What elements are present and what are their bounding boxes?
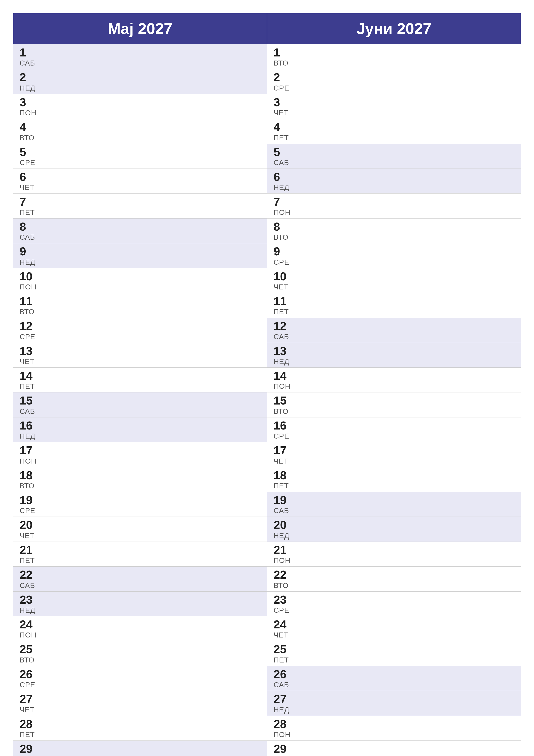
day-number: 25 <box>20 643 261 656</box>
day-name: ЧЕТ <box>274 631 515 639</box>
june-day-cell: 3ЧЕТ <box>267 94 521 119</box>
june-day-cell: 4ПЕТ <box>267 119 521 144</box>
table-row: 28ПЕТ28ПОН <box>13 716 521 741</box>
may-day-cell: 1САБ <box>13 44 267 69</box>
day-name: ЧЕТ <box>274 109 515 117</box>
day-name: ПЕТ <box>20 730 261 739</box>
day-number: 21 <box>20 544 261 556</box>
day-number: 18 <box>274 469 515 482</box>
day-name: ПОН <box>274 556 515 565</box>
day-number: 29 <box>274 742 515 755</box>
day-name: САБ <box>20 407 261 416</box>
table-row: 26СРЕ26САБ <box>13 666 521 691</box>
may-day-cell: 21ПЕТ <box>13 542 267 566</box>
day-name: ВТО <box>274 407 515 416</box>
may-day-cell: 10ПОН <box>13 268 267 293</box>
day-name: НЕД <box>20 432 261 440</box>
day-name: ПЕТ <box>20 382 261 391</box>
day-name: НЕД <box>20 606 261 614</box>
day-name: ПОН <box>20 631 261 639</box>
day-number: 4 <box>274 121 515 133</box>
day-number: 5 <box>20 146 261 158</box>
day-number: 10 <box>20 270 261 283</box>
table-row: 18ВТО18ПЕТ <box>13 467 521 492</box>
day-number: 29 <box>20 742 261 755</box>
table-row: 5СРЕ5САБ <box>13 144 521 169</box>
day-name: СРЕ <box>20 681 261 689</box>
day-name: ПЕТ <box>274 482 515 490</box>
day-number: 16 <box>274 419 515 432</box>
table-row: 12СРЕ12САБ <box>13 318 521 343</box>
day-number: 20 <box>274 519 515 531</box>
table-row: 16НЕД16СРЕ <box>13 417 521 442</box>
day-number: 1 <box>20 46 261 59</box>
june-day-cell: 16СРЕ <box>267 417 521 442</box>
may-day-cell: 6ЧЕТ <box>13 169 267 193</box>
table-row: 29САБ29ВТО <box>13 741 521 756</box>
day-number: 25 <box>274 643 515 656</box>
may-day-cell: 8САБ <box>13 218 267 243</box>
june-day-cell: 13НЕД <box>267 343 521 367</box>
day-name: ПОН <box>274 730 515 739</box>
day-name: САБ <box>274 333 515 341</box>
june-day-cell: 23СРЕ <box>267 591 521 616</box>
may-day-cell: 7ПЕТ <box>13 194 267 218</box>
day-number: 13 <box>20 345 261 357</box>
day-number: 26 <box>20 668 261 681</box>
may-day-cell: 4ВТО <box>13 119 267 144</box>
may-day-cell: 25ВТО <box>13 641 267 666</box>
day-name: ПЕТ <box>20 556 261 565</box>
day-number: 17 <box>20 444 261 457</box>
table-row: 27ЧЕТ27НЕД <box>13 691 521 716</box>
june-day-cell: 26САБ <box>267 666 521 691</box>
day-number: 24 <box>20 618 261 631</box>
day-number: 10 <box>274 270 515 283</box>
may-day-cell: 9НЕД <box>13 243 267 268</box>
day-number: 11 <box>20 295 261 308</box>
day-number: 28 <box>20 717 261 730</box>
day-name: ПОН <box>20 283 261 291</box>
day-name: ЧЕТ <box>20 357 261 366</box>
may-day-cell: 23НЕД <box>13 591 267 616</box>
day-name: ЧЕТ <box>20 531 261 540</box>
day-name: ВТО <box>274 233 515 241</box>
may-day-cell: 17ПОН <box>13 442 267 467</box>
day-number: 12 <box>20 320 261 332</box>
day-name: ВТО <box>20 308 261 316</box>
day-number: 27 <box>20 693 261 705</box>
table-row: 2НЕД2СРЕ <box>13 69 521 94</box>
day-name: ЧЕТ <box>20 183 261 192</box>
day-name: НЕД <box>274 357 515 366</box>
calendar-table: Maj 2027 Јуни 2027 1САБ1ВТО2НЕД2СРЕ3ПОН3… <box>13 13 521 756</box>
day-number: 17 <box>274 444 515 457</box>
may-day-cell: 29САБ <box>13 741 267 756</box>
day-name: НЕД <box>274 531 515 540</box>
table-row: 24ПОН24ЧЕТ <box>13 616 521 641</box>
june-day-cell: 27НЕД <box>267 691 521 716</box>
may-day-cell: 27ЧЕТ <box>13 691 267 716</box>
table-row: 23НЕД23СРЕ <box>13 591 521 616</box>
day-number: 24 <box>274 618 515 631</box>
table-row: 13ЧЕТ13НЕД <box>13 343 521 367</box>
day-name: СРЕ <box>274 258 515 266</box>
may-day-cell: 18ВТО <box>13 467 267 492</box>
day-number: 26 <box>274 668 515 681</box>
may-day-cell: 3ПОН <box>13 94 267 119</box>
table-row: 25ВТО25ПЕТ <box>13 641 521 666</box>
day-number: 7 <box>20 195 261 208</box>
may-day-cell: 22САБ <box>13 567 267 591</box>
day-name: НЕД <box>20 258 261 266</box>
day-number: 18 <box>20 469 261 482</box>
day-name: ПОН <box>274 208 515 217</box>
day-number: 2 <box>20 71 261 84</box>
table-row: 15САБ15ВТО <box>13 392 521 417</box>
page: Maj 2027 Јуни 2027 1САБ1ВТО2НЕД2СРЕ3ПОН3… <box>0 0 534 756</box>
may-day-cell: 20ЧЕТ <box>13 517 267 542</box>
june-day-cell: 1ВТО <box>267 44 521 69</box>
day-name: ПОН <box>274 382 515 391</box>
day-name: НЕД <box>20 84 261 92</box>
day-number: 11 <box>274 295 515 308</box>
day-name: ЧЕТ <box>274 283 515 291</box>
table-row: 17ПОН17ЧЕТ <box>13 442 521 467</box>
june-day-cell: 11ПЕТ <box>267 293 521 318</box>
